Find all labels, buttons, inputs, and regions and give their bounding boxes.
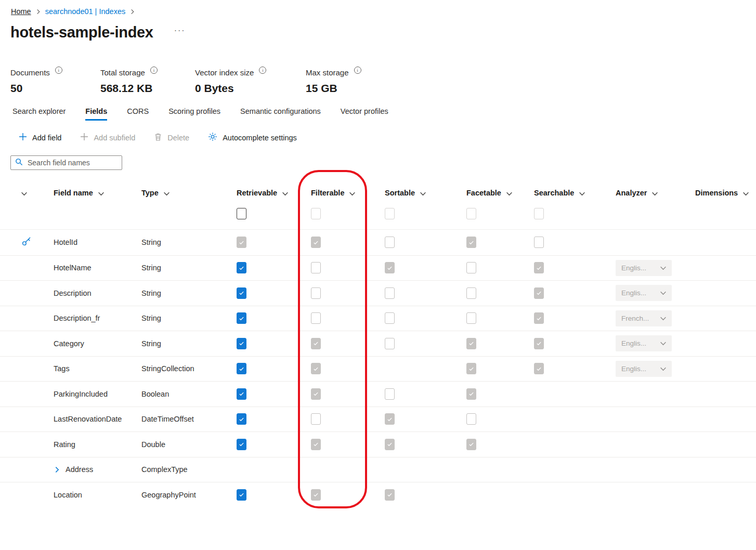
col-header-filterable[interactable]: Filterable [311, 189, 385, 197]
analyzer-dropdown[interactable]: Englis... [616, 335, 672, 351]
searchable-checkbox [534, 363, 544, 374]
tab-semantic-configurations[interactable]: Semantic configurations [240, 107, 321, 121]
tab-cors[interactable]: CORS [127, 107, 149, 121]
chevron-down-icon [660, 265, 667, 271]
retrievable-checkbox[interactable] [237, 363, 246, 374]
field-name: HotelId [54, 238, 77, 246]
sortable-checkbox[interactable] [385, 388, 395, 400]
field-name: Rating [54, 440, 75, 449]
sortable-select-all-checkbox[interactable] [385, 208, 395, 219]
info-icon[interactable]: i [354, 67, 361, 74]
add-field-button[interactable]: Add field [19, 133, 61, 142]
breadcrumb-indexes-link[interactable]: searchnode01 | Indexes [45, 7, 126, 16]
col-header-field-name[interactable]: Field name [54, 189, 141, 197]
table-row[interactable]: ParkingIncludedBoolean [0, 381, 756, 407]
searchable-select-all-checkbox[interactable] [534, 208, 544, 219]
analyzer-value: Englis... [621, 264, 646, 272]
field-type: GeographyPoint [141, 491, 237, 499]
facetable-checkbox[interactable] [466, 262, 476, 273]
col-header-searchable[interactable]: Searchable [534, 189, 616, 197]
retrievable-checkbox[interactable] [237, 388, 246, 400]
retrievable-checkbox[interactable] [237, 287, 246, 299]
field-type: String [141, 264, 237, 272]
stat-label: Documents [10, 68, 50, 77]
col-header-dimensions[interactable]: Dimensions [695, 189, 756, 197]
analyzer-dropdown[interactable]: Englis... [616, 285, 672, 301]
plus-icon [80, 133, 88, 142]
delete-button[interactable]: Delete [154, 133, 189, 143]
add-field-label: Add field [32, 134, 61, 142]
stat-max-storage: Max storage i 15 GB [306, 68, 361, 95]
table-row[interactable]: CategoryStringEnglis... [0, 331, 756, 356]
stat-value: 15 GB [306, 82, 361, 95]
col-header-retrievable[interactable]: Retrievable [237, 189, 311, 197]
facetable-checkbox[interactable] [466, 413, 476, 425]
info-icon[interactable]: i [55, 67, 62, 74]
breadcrumb-home-link[interactable]: Home [11, 7, 31, 16]
field-search-box[interactable] [10, 155, 122, 170]
retrievable-checkbox[interactable] [237, 413, 246, 425]
chevron-down-icon [742, 190, 749, 197]
stat-documents: Documents i 50 [10, 68, 100, 95]
facetable-checkbox [466, 439, 476, 450]
retrievable-checkbox[interactable] [237, 338, 246, 349]
retrievable-checkbox[interactable] [237, 439, 246, 450]
tab-scoring-profiles[interactable]: Scoring profiles [168, 107, 220, 121]
field-type: DateTimeOffset [141, 415, 237, 423]
table-row[interactable]: AddressComplexType [0, 457, 756, 482]
col-header-facetable[interactable]: Facetable [466, 189, 534, 197]
col-header-type[interactable]: Type [141, 189, 237, 197]
facetable-select-all-checkbox[interactable] [466, 208, 476, 219]
table-row[interactable]: Description_frStringFrench... [0, 306, 756, 331]
filterable-checkbox[interactable] [311, 312, 321, 324]
facetable-checkbox[interactable] [466, 312, 476, 324]
retrievable-checkbox[interactable] [237, 312, 246, 324]
fields-table: Field name Type Retrievable Filterable S… [0, 184, 756, 507]
tab-vector-profiles[interactable]: Vector profiles [341, 107, 388, 121]
table-row[interactable]: RatingDouble [0, 431, 756, 457]
chevron-down-icon [98, 190, 105, 197]
searchable-checkbox[interactable] [534, 237, 544, 248]
chevron-down-icon [420, 190, 426, 197]
retrievable-select-all-checkbox[interactable] [237, 208, 246, 219]
trash-icon [154, 133, 162, 143]
sortable-checkbox[interactable] [385, 338, 395, 349]
tab-fields[interactable]: Fields [85, 107, 107, 121]
filterable-checkbox [311, 388, 321, 400]
table-row[interactable]: DescriptionStringEnglis... [0, 280, 756, 306]
expand-chevron-icon[interactable] [54, 466, 60, 473]
facetable-checkbox[interactable] [466, 287, 476, 299]
tab-search-explorer[interactable]: Search explorer [12, 107, 66, 121]
retrievable-checkbox[interactable] [237, 262, 246, 273]
add-subfield-button[interactable]: Add subfield [80, 133, 135, 142]
filterable-checkbox[interactable] [311, 287, 321, 299]
retrievable-checkbox[interactable] [237, 489, 246, 501]
facetable-checkbox [466, 388, 476, 400]
chevron-down-icon [579, 190, 585, 197]
col-header-sortable[interactable]: Sortable [385, 189, 466, 197]
analyzer-dropdown[interactable]: Englis... [616, 361, 672, 377]
filterable-checkbox[interactable] [311, 262, 321, 273]
table-row[interactable]: LocationGeographyPoint [0, 482, 756, 507]
field-name: Location [54, 491, 82, 499]
autocomplete-settings-button[interactable]: Autocomplete settings [208, 132, 297, 143]
table-row[interactable]: HotelIdString [0, 230, 756, 255]
filterable-select-all-checkbox[interactable] [311, 208, 321, 219]
key-icon [21, 240, 32, 248]
sortable-checkbox[interactable] [385, 237, 395, 248]
table-row[interactable]: HotelNameStringEnglis... [0, 255, 756, 281]
select-all-chevron-icon[interactable] [21, 190, 28, 197]
analyzer-dropdown[interactable]: French... [616, 310, 672, 326]
table-row[interactable]: TagsStringCollectionEnglis... [0, 356, 756, 382]
more-options-button[interactable]: ··· [174, 26, 186, 40]
sortable-checkbox[interactable] [385, 287, 395, 299]
info-icon[interactable]: i [150, 67, 158, 74]
filterable-checkbox[interactable] [311, 413, 321, 425]
sortable-checkbox[interactable] [385, 312, 395, 324]
info-icon[interactable]: i [259, 67, 266, 74]
table-row[interactable]: LastRenovationDateDateTimeOffset [0, 407, 756, 432]
search-input[interactable] [28, 159, 118, 167]
table-body: HotelIdStringHotelNameStringEnglis...Des… [0, 230, 756, 507]
col-header-analyzer[interactable]: Analyzer [616, 189, 695, 197]
analyzer-dropdown[interactable]: Englis... [616, 260, 672, 276]
